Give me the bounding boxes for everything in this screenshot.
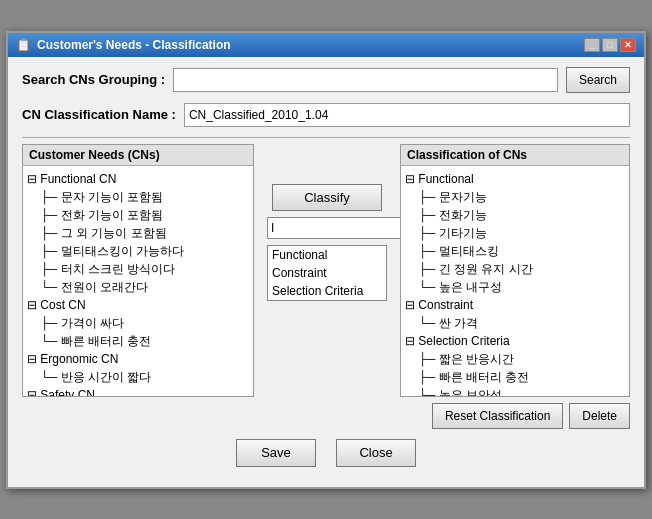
cn-tree-item[interactable]: ├─ 멀티태스킹이 가능하다 — [27, 242, 249, 260]
main-window: 📋 Customer's Needs - Classification _ □ … — [6, 31, 646, 489]
dropdown-option[interactable]: Functional — [268, 246, 386, 264]
classify-tree-item[interactable]: ├─ 빠른 배터리 충전 — [405, 368, 625, 386]
maximize-button[interactable]: □ — [602, 38, 618, 52]
classify-button[interactable]: Classify — [272, 184, 382, 211]
classify-tree-item[interactable]: ├─ 멀티태스킹 — [405, 242, 625, 260]
classify-tree-item[interactable]: ⊟ Constraint — [405, 296, 625, 314]
close-window-button[interactable]: Close — [336, 439, 416, 467]
cn-name-row: CN Classification Name : — [22, 103, 630, 127]
reset-classification-button[interactable]: Reset Classification — [432, 403, 563, 429]
cn-tree-item[interactable]: ⊟ Cost CN — [27, 296, 249, 314]
classify-tree-item[interactable]: ├─ 전화기능 — [405, 206, 625, 224]
cn-tree-item[interactable]: ├─ 가격이 싸다 — [27, 314, 249, 332]
dropdown-option[interactable]: Constraint — [268, 264, 386, 282]
save-button[interactable]: Save — [236, 439, 316, 467]
window-title: Customer's Needs - Classification — [37, 38, 231, 52]
title-controls: _ □ ✕ — [584, 38, 636, 52]
search-grouping-row: Search CNs Grouping : Search — [22, 67, 630, 93]
classify-tree-item[interactable]: ├─ 문자기능 — [405, 188, 625, 206]
classification-header: Classification of CNs — [401, 145, 629, 166]
separator — [22, 137, 630, 138]
minimize-button[interactable]: _ — [584, 38, 600, 52]
middle-section: Classify ▼ FunctionalConstraintSelection… — [262, 144, 392, 301]
window-icon: 📋 — [16, 38, 31, 52]
classification-panel: Classification of CNs ⊟ Functional ├─ 문자… — [400, 144, 630, 397]
cn-name-input[interactable] — [184, 103, 630, 127]
delete-button[interactable]: Delete — [569, 403, 630, 429]
cn-tree-item[interactable]: └─ 전원이 오래간다 — [27, 278, 249, 296]
search-button[interactable]: Search — [566, 67, 630, 93]
cn-tree-item[interactable]: ├─ 문자 기능이 포함됨 — [27, 188, 249, 206]
search-grouping-input[interactable] — [173, 68, 558, 92]
footer-buttons: Save Close — [22, 439, 630, 477]
cn-name-label: CN Classification Name : — [22, 107, 176, 122]
classify-tree-item[interactable]: ├─ 짧은 반응시간 — [405, 350, 625, 368]
customer-needs-panel: Customer Needs (CNs) ⊟ Functional CN ├─ … — [22, 144, 254, 397]
cn-tree-item[interactable]: ├─ 터치 스크린 방식이다 — [27, 260, 249, 278]
dropdown-list: FunctionalConstraintSelection Criteria — [267, 245, 387, 301]
classify-tree-item[interactable]: ⊟ Selection Criteria — [405, 332, 625, 350]
customer-needs-tree[interactable]: ⊟ Functional CN ├─ 문자 기능이 포함됨 ├─ 전화 기능이 … — [23, 166, 253, 396]
classify-tree-item[interactable]: └─ 싼 가격 — [405, 314, 625, 332]
classify-tree-item[interactable]: ⊟ Functional — [405, 170, 625, 188]
classify-tree-item[interactable]: ├─ 긴 정원 유지 시간 — [405, 260, 625, 278]
customer-needs-header: Customer Needs (CNs) — [23, 145, 253, 166]
close-button[interactable]: ✕ — [620, 38, 636, 52]
cn-tree-item[interactable]: ├─ 전화 기능이 포함됨 — [27, 206, 249, 224]
search-grouping-label: Search CNs Grouping : — [22, 72, 165, 87]
title-bar: 📋 Customer's Needs - Classification _ □ … — [8, 33, 644, 57]
cn-tree-item[interactable]: ├─ 그 외 기능이 포함됨 — [27, 224, 249, 242]
classification-tree[interactable]: ⊟ Functional ├─ 문자기능 ├─ 전화기능 ├─ 기타기능 ├─ … — [401, 166, 629, 396]
right-section: Classification of CNs ⊟ Functional ├─ 문자… — [400, 144, 630, 429]
classify-tree-item[interactable]: ├─ 높은 보안성 — [405, 386, 625, 396]
cn-tree-item[interactable]: ⊟ Functional CN — [27, 170, 249, 188]
cn-tree-item[interactable]: ⊟ Safety CN — [27, 386, 249, 396]
dropdown-row: ▼ — [267, 217, 387, 239]
classify-tree-item[interactable]: └─ 높은 내구성 — [405, 278, 625, 296]
action-buttons-row: Reset Classification Delete — [400, 403, 630, 429]
cn-tree-item[interactable]: └─ 빠른 배터리 충전 — [27, 332, 249, 350]
window-content: Search CNs Grouping : Search CN Classifi… — [8, 57, 644, 487]
dropdown-option[interactable]: Selection Criteria — [268, 282, 386, 300]
cn-tree-item[interactable]: └─ 반응 시간이 짧다 — [27, 368, 249, 386]
main-area: Customer Needs (CNs) ⊟ Functional CN ├─ … — [22, 144, 630, 429]
cn-tree-item[interactable]: ⊟ Ergonomic CN — [27, 350, 249, 368]
classify-tree-item[interactable]: ├─ 기타기능 — [405, 224, 625, 242]
